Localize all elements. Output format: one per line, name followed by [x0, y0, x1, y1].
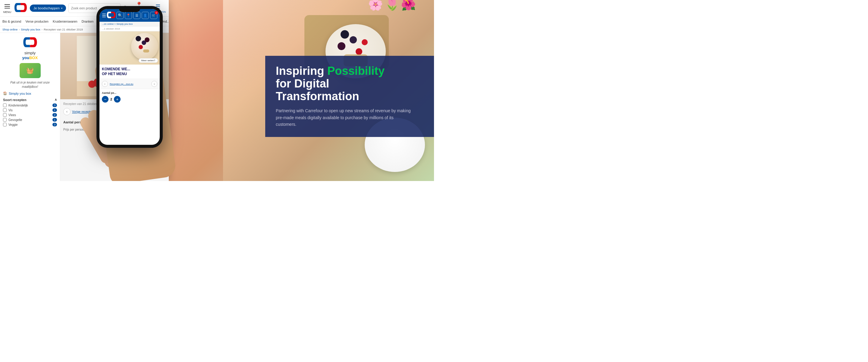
cat-bio[interactable]: Bio & gezond: [2, 20, 21, 23]
filter-checkbox[interactable]: [3, 113, 7, 117]
shop-button[interactable]: Je boodschappen ▾: [30, 4, 66, 12]
phone-carrefour-logo: [106, 11, 116, 20]
menu-label: MENU: [3, 10, 11, 13]
shop-button-label: Je boodschappen: [33, 6, 60, 10]
phone-persons-label: Aantal pe...: [102, 91, 157, 94]
phone-outer: ☰ 🔍 📍 ☰ 👤 🛒 0: [96, 6, 163, 148]
filter-checkbox[interactable]: [3, 104, 7, 107]
filter-gevogelte[interactable]: Gevogelte 1: [3, 118, 57, 121]
phone-hero-image: Meer weten?: [99, 31, 160, 64]
filter-checkbox[interactable]: [3, 118, 7, 121]
cart-badge: 0: [155, 11, 158, 15]
phone-date: ...1 oktober 2019: [99, 27, 160, 31]
phone-menu-icon[interactable]: ☰: [102, 13, 106, 19]
carrefour-logo[interactable]: [14, 2, 27, 15]
phone-meer-weten-button[interactable]: Meer weten?: [138, 58, 158, 63]
inspiring-title: Inspiring Possibility for Digital Transf…: [276, 65, 424, 103]
breadcrumb-shop[interactable]: Shop online: [2, 28, 18, 31]
filter-veggie[interactable]: Veggie 3: [3, 123, 57, 127]
phone-profile-button[interactable]: 👤: [142, 12, 149, 19]
phone-notch: [119, 6, 140, 12]
inspiring-description: Partnering with Carrefour to open up new…: [276, 107, 414, 128]
filter-count: 1: [53, 108, 57, 112]
prev-arrow-button[interactable]: ‹: [63, 108, 70, 115]
right-overlay: Inspiring Possibility for Digital Transf…: [265, 56, 434, 137]
phone-prev-button[interactable]: ‹: [102, 81, 108, 87]
filter-count: 1: [53, 118, 57, 121]
filter-vlees[interactable]: Vlees 2: [3, 113, 57, 117]
phone-plus-button[interactable]: +: [114, 96, 121, 103]
filter-count: 2: [53, 113, 57, 117]
phone-breadcrumb: ...on online > Simply you box: [99, 22, 160, 27]
simply-you-box-logo: simply youBOX: [3, 36, 57, 60]
simply-you-box-link[interactable]: 🏠 Simply you box: [3, 91, 57, 95]
sidebar-tagline: Pak uit in je keuken met onze maaltijdbo…: [3, 81, 57, 89]
phone-list-button[interactable]: ☰: [133, 12, 141, 19]
phone-next-button[interactable]: ›: [151, 81, 157, 87]
filter-count: 3: [53, 123, 57, 127]
basket-image: 🧺: [20, 63, 41, 78]
phone-komende-section: KOMENDE WE... OP HET MENU: [99, 64, 160, 79]
phone-prev-link[interactable]: Recepten op ...iour.eu: [110, 83, 133, 85]
sidebar: simply youBOX 🧺 Pak uit in je keuken met…: [0, 33, 60, 181]
flowers-decoration: 🌸 🌷 🌺: [368, 0, 416, 11]
phone-screen: ☰ 🔍 📍 ☰ 👤 🛒 0: [99, 9, 160, 145]
filter-vis[interactable]: Vis 1: [3, 108, 57, 112]
filter-section: Soort recepten ∧ Kindvriendelijk 3 Vis 1…: [3, 98, 57, 127]
home-icon: 🏠: [3, 91, 7, 95]
filter-checkbox[interactable]: [3, 108, 7, 112]
carrefour-c-icon: [3, 36, 57, 51]
phone-hand-container: ☰ 🔍 📍 ☰ 👤 🛒 0: [72, 0, 187, 181]
phone-cart-button[interactable]: 🛒 0: [150, 12, 157, 19]
filter-kindvriendelijk[interactable]: Kindvriendelijk 3: [3, 104, 57, 107]
phone-persons-count: 2: [110, 98, 112, 101]
phone-persons-section: Aantal pe... − 2 +: [99, 89, 160, 105]
phone-location-button[interactable]: 📍: [125, 12, 132, 19]
simply-text: simply youBOX: [3, 51, 57, 60]
phone-persons-control: − 2 +: [102, 96, 157, 103]
phone-search-button[interactable]: 🔍: [116, 12, 124, 19]
filter-title: Soort recepten ∧: [3, 98, 57, 102]
filter-checkbox[interactable]: [3, 123, 7, 127]
phone-komende-title: KOMENDE WE... OP HET MENU: [102, 67, 157, 76]
chevron-down-icon: ▾: [61, 7, 62, 10]
filter-count: 3: [53, 104, 57, 107]
phone-nav-icons: 🔍 📍 ☰ 👤 🛒 0: [116, 12, 157, 19]
cat-verse[interactable]: Verse producten: [25, 20, 48, 23]
breadcrumb-simply[interactable]: Simply you box: [21, 28, 40, 31]
phone-bowl: [131, 33, 158, 60]
menu-toggle[interactable]: MENU: [3, 3, 11, 13]
chevron-up-icon[interactable]: ∧: [55, 98, 57, 102]
phone-minus-button[interactable]: −: [102, 96, 108, 103]
phone-recipe-nav: ‹ Recepten op ...iour.eu ›: [99, 79, 160, 89]
